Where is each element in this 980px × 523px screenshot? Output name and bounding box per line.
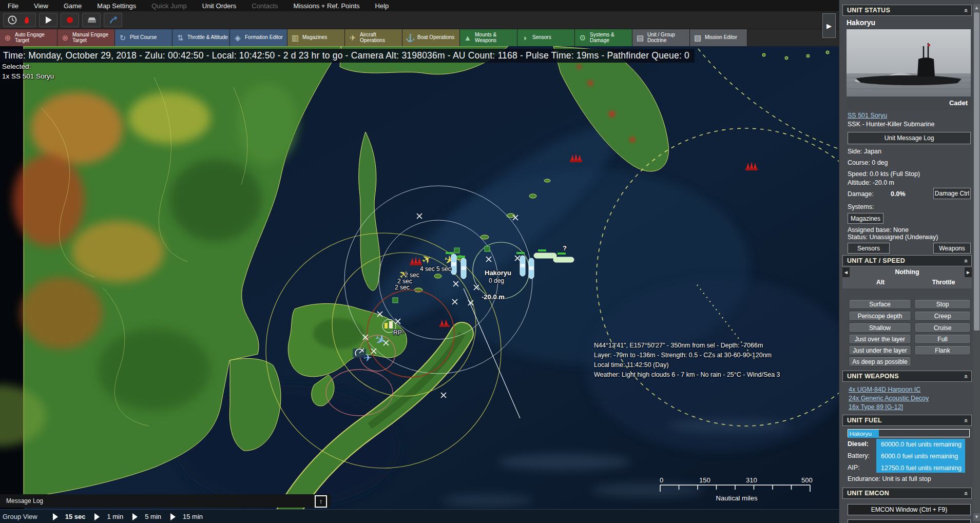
alt-under-layer-button[interactable]: Just under the layer bbox=[849, 345, 911, 355]
tactical-map[interactable]: ✈ ✈ ✈ ✈ ✈ bbox=[0, 46, 839, 523]
play-speed-icon[interactable] bbox=[132, 513, 138, 520]
menu-unit-orders[interactable]: Unit Orders bbox=[195, 2, 244, 10]
menu-map-settings[interactable]: Map Settings bbox=[89, 2, 144, 10]
throttle-cruise-button[interactable]: Cruise bbox=[914, 323, 971, 333]
play-speed-icon[interactable] bbox=[94, 513, 100, 520]
weapons-side-button[interactable]: Weapons bbox=[933, 243, 971, 254]
menu-view[interactable]: View bbox=[26, 2, 56, 10]
scroll-down-icon[interactable]: ▼ bbox=[973, 513, 980, 521]
collapse-chevron-icon[interactable]: « bbox=[963, 418, 970, 422]
selected-block: Selected: 1x SS 501 Soryu bbox=[2, 63, 54, 80]
preset-prev-arrow[interactable]: ◄ bbox=[842, 267, 850, 277]
group-view-label[interactable]: Group View bbox=[0, 513, 44, 520]
scale-tick-label: 500 bbox=[801, 476, 813, 484]
eraser-icon bbox=[87, 15, 96, 25]
message-log-expand-button[interactable]: ↑ bbox=[315, 495, 327, 508]
play-speed-icon[interactable] bbox=[53, 513, 58, 520]
svg-text:?: ? bbox=[563, 244, 567, 252]
throttle-stop-button[interactable]: Stop bbox=[914, 299, 971, 309]
unit-status-header[interactable]: UNIT STATUS « bbox=[842, 5, 972, 16]
menu-file[interactable]: File bbox=[0, 2, 26, 10]
throttle-altitude-button[interactable]: ⇅Throttle & Altitude bbox=[172, 29, 230, 46]
throttle-full-button[interactable]: Full bbox=[914, 334, 971, 344]
scale-ruler bbox=[660, 485, 811, 492]
damage-value: 0.0% bbox=[891, 190, 906, 198]
fuel-unit-selector[interactable]: Hakoryu bbox=[848, 429, 970, 437]
radar-site-icon[interactable] bbox=[353, 348, 366, 358]
alt-deep-button[interactable]: As deep as possible bbox=[849, 357, 911, 366]
play-speed-icon[interactable] bbox=[170, 513, 176, 520]
magazines-side-button[interactable]: Magazines bbox=[848, 213, 883, 224]
alt-surface-button[interactable]: Surface bbox=[849, 299, 911, 309]
unit-group-doctrine-button[interactable]: ▤Unit / Group Doctrine bbox=[632, 29, 690, 46]
speed-1min[interactable]: 1 min bbox=[107, 513, 123, 520]
collapse-chevron-icon[interactable]: « bbox=[963, 8, 970, 12]
unit-message-log-button[interactable]: Unit Message Log bbox=[848, 132, 971, 144]
cutoff-button[interactable] bbox=[848, 519, 971, 523]
unit-class-link[interactable]: SS 501 Soryu bbox=[848, 112, 887, 119]
unknown-contact-icon[interactable]: ? bbox=[563, 244, 567, 252]
record-button[interactable] bbox=[61, 13, 79, 27]
time-settings-group[interactable] bbox=[3, 13, 36, 27]
scale-tick-label: 150 bbox=[699, 476, 710, 484]
emcon-window-button[interactable]: EMCON Window (Ctrl + F9) bbox=[848, 504, 971, 515]
unit-status-sidebar: UNIT STATUS « Hakoryu Cade bbox=[839, 0, 974, 523]
auto-engage-target-button[interactable]: ⊕Auto Engage Target bbox=[0, 29, 57, 46]
alt-shallow-button[interactable]: Shallow bbox=[849, 323, 911, 333]
speed-5min[interactable]: 5 min bbox=[145, 513, 161, 520]
formation-editor-button[interactable]: ◈Formation Editor bbox=[230, 29, 287, 46]
menu-missions-ref-points[interactable]: Missions + Ref. Points bbox=[286, 2, 368, 10]
scroll-up-icon[interactable]: ▲ bbox=[973, 4, 980, 12]
alt-over-layer-button[interactable]: Just over the layer bbox=[849, 334, 911, 344]
magazines-button[interactable]: ▥Magazines bbox=[287, 29, 345, 46]
submarine-icon bbox=[461, 258, 466, 279]
mission-editor-button[interactable]: ▧Mission Editor bbox=[690, 29, 747, 46]
eraser-button[interactable] bbox=[82, 13, 101, 27]
weapon-link[interactable]: 4x UGM-84D Harpoon IC bbox=[849, 386, 920, 393]
sensors-side-button[interactable]: Sensors bbox=[848, 243, 890, 254]
message-log-bar[interactable]: Message Log ↑ bbox=[0, 494, 331, 508]
mounts-weapons-button[interactable]: ▲Mounts & Weapons bbox=[460, 29, 517, 46]
preset-next-arrow[interactable]: ► bbox=[965, 267, 972, 277]
alt-periscope-button[interactable]: Periscope depth bbox=[849, 311, 911, 321]
weapon-link[interactable]: 24x Generic Acoustic Decoy bbox=[849, 395, 929, 402]
collapse-chevron-icon[interactable]: « bbox=[963, 491, 970, 495]
play-button[interactable] bbox=[39, 13, 57, 27]
clock-icon[interactable] bbox=[8, 15, 17, 25]
manual-engage-target-button[interactable]: ⊗Manual Engage Target bbox=[57, 29, 115, 46]
unit-weapons-header[interactable]: UNIT WEAPONS « bbox=[842, 371, 972, 382]
throttle-creep-button[interactable]: Creep bbox=[914, 311, 971, 321]
scrollbar-thumb[interactable] bbox=[974, 12, 979, 331]
speed-15sec[interactable]: 15 sec bbox=[65, 513, 86, 520]
weapon-link[interactable]: 16x Type 89 [G-12] bbox=[849, 403, 903, 411]
systems-damage-icon: ⚙ bbox=[578, 33, 587, 43]
speed-row: Speed: 0.0 kts (Full Stop) bbox=[848, 170, 920, 178]
jump-button[interactable] bbox=[104, 13, 122, 27]
damage-ctrl-button[interactable]: Damage Ctrl bbox=[933, 188, 971, 199]
fuel-value-diesel: 60000.0 fuel units remaining bbox=[878, 439, 962, 450]
systems-damage-button[interactable]: ⚙Systems & Damage bbox=[575, 29, 632, 46]
altitude-row: Altitude: -20.0 m bbox=[848, 179, 894, 186]
health-bar bbox=[538, 249, 546, 251]
map-canvas[interactable]: ✈ ✈ ✈ ✈ ✈ bbox=[0, 46, 839, 523]
plot-course-button[interactable]: ↻Plot Course bbox=[115, 29, 172, 46]
menu-game[interactable]: Game bbox=[56, 2, 89, 10]
unit-fuel-header[interactable]: UNIT FUEL « bbox=[842, 415, 972, 426]
sidebar-scrollbar[interactable]: ▲ ▼ bbox=[973, 0, 980, 523]
flame-icon[interactable] bbox=[22, 15, 31, 25]
unit-photo bbox=[847, 29, 971, 96]
sensors-button[interactable]: ◗Sensors bbox=[517, 29, 575, 46]
sidebar-collapse-button[interactable]: ▶ bbox=[822, 13, 836, 38]
boat-operations-button[interactable]: ⚓Boat Operations bbox=[402, 29, 460, 46]
unit-alt-speed-header[interactable]: UNIT ALT / SPEED « bbox=[842, 255, 972, 266]
collapse-chevron-icon[interactable]: « bbox=[963, 374, 970, 378]
menu-help[interactable]: Help bbox=[368, 2, 397, 10]
throttle-flank-button[interactable]: Flank bbox=[914, 345, 971, 355]
preset-value[interactable]: Nothing bbox=[852, 268, 963, 276]
unit-emcon-header[interactable]: UNIT EMCON « bbox=[842, 488, 972, 499]
speed-15min[interactable]: 15 min bbox=[183, 513, 203, 520]
facility-icon bbox=[393, 298, 398, 303]
collapse-chevron-icon[interactable]: « bbox=[963, 259, 970, 262]
aircraft-operations-button[interactable]: ✈Aircraft Operations bbox=[345, 29, 402, 46]
magazines-icon: ▥ bbox=[291, 33, 300, 43]
